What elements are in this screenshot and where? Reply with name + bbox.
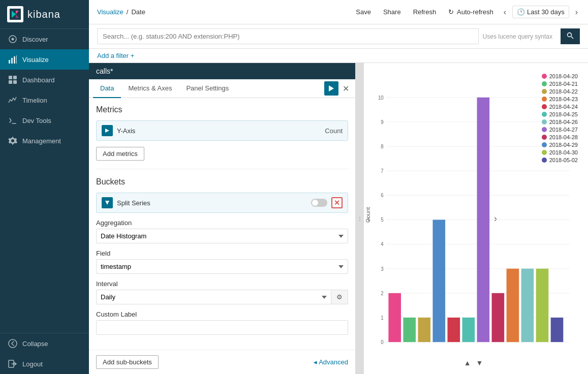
tab-panel-settings[interactable]: Panel Settings — [179, 79, 236, 98]
save-button[interactable]: Save — [352, 6, 375, 18]
svg-point-14 — [9, 339, 17, 348]
bar-4[interactable] — [432, 220, 445, 342]
bar-2[interactable] — [403, 318, 416, 342]
bar-6[interactable] — [462, 318, 475, 342]
sidebar-item-devtools[interactable]: Dev Tools — [0, 110, 89, 131]
legend-item-6: 2018-04-26 — [542, 119, 578, 125]
bar-8[interactable] — [492, 293, 505, 342]
y-axis-metric-row: Y-Axis Count — [96, 120, 348, 141]
breadcrumb-visualize-link[interactable]: Visualize — [97, 8, 123, 16]
sidebar-item-dashboard[interactable]: Dashboard — [0, 70, 89, 90]
bar-1[interactable] — [388, 293, 401, 342]
legend-dot-4 — [542, 104, 547, 109]
legend-label-6: 2018-04-26 — [549, 119, 578, 125]
tab-metrics-axes[interactable]: Metrics & Axes — [121, 79, 179, 98]
y-axis-toggle[interactable] — [102, 125, 113, 136]
svg-line-17 — [571, 37, 573, 39]
bar-12[interactable] — [551, 318, 564, 342]
search-button[interactable] — [561, 28, 580, 44]
panel-tab-actions: ✕ — [324, 81, 351, 96]
buckets-section: Buckets Split Series ✕ Aggregation Date … — [96, 177, 348, 335]
field-select[interactable]: timestamp — [96, 259, 348, 274]
sidebar-item-devtools-label: Dev Tools — [22, 117, 51, 124]
sidebar-item-timelion-label: Timelion — [22, 97, 47, 104]
clock-icon: 🕐 — [517, 8, 525, 16]
add-metrics-button[interactable]: Add metrics — [96, 147, 144, 161]
sidebar-item-management[interactable]: Management — [0, 131, 89, 151]
split-series-toggle-switch[interactable] — [311, 199, 327, 207]
svg-text:7: 7 — [381, 168, 384, 174]
svg-text:1: 1 — [381, 315, 384, 320]
aggregation-select[interactable]: Date Histogram — [96, 229, 348, 243]
panel-footer: Add sub-buckets ◂ Advanced — [89, 350, 355, 374]
chart-scroll-down-button[interactable]: ▼ — [476, 359, 483, 367]
legend-label-7: 2018-04-27 — [549, 127, 578, 133]
bar-11[interactable] — [536, 269, 549, 342]
close-panel-button[interactable]: ✕ — [341, 84, 351, 94]
interval-settings-button[interactable]: ⚙ — [331, 290, 348, 304]
time-prev-button[interactable]: ‹ — [502, 7, 508, 18]
sidebar-item-discover-label: Discover — [22, 36, 48, 43]
advanced-link[interactable]: ◂ Advanced — [314, 358, 348, 366]
legend-dot-5 — [542, 112, 547, 117]
legend-item-7: 2018-04-27 — [542, 127, 578, 133]
legend-label-5: 2018-04-25 — [549, 111, 578, 117]
legend-dot-10 — [542, 150, 547, 155]
sidebar: kibana Discover Visualize Dashboard Time… — [0, 0, 89, 374]
legend-label-3: 2018-04-23 — [549, 96, 578, 102]
time-next-button[interactable]: › — [573, 7, 580, 18]
legend-item-2: 2018-04-22 — [542, 88, 578, 95]
sidebar-bottom: Collapse Logout — [0, 333, 89, 374]
searchbar: Uses lucene query syntax — [89, 24, 588, 49]
y-axis-label: Y-Axis — [117, 127, 321, 135]
svg-text:4: 4 — [381, 241, 384, 247]
legend-item-4: 2018-04-24 — [542, 104, 578, 110]
add-filter-link[interactable]: Add a filter + — [97, 52, 134, 59]
share-button[interactable]: Share — [379, 6, 405, 18]
sidebar-item-collapse[interactable]: Collapse — [0, 333, 89, 354]
refresh-button[interactable]: Refresh — [409, 6, 441, 18]
svg-point-16 — [568, 33, 572, 37]
svg-marker-20 — [105, 201, 109, 205]
bar-3[interactable] — [418, 318, 430, 342]
svg-text:6: 6 — [381, 193, 384, 198]
sidebar-item-visualize[interactable]: Visualize — [0, 49, 89, 70]
custom-label-input[interactable] — [96, 320, 348, 335]
legend-item-5: 2018-04-25 — [542, 111, 578, 117]
chart-container: Count 10 9 8 — [364, 68, 583, 357]
interval-select[interactable]: Daily — [96, 290, 331, 304]
sidebar-item-logout[interactable]: Logout — [0, 354, 89, 374]
legend-item-3: 2018-04-23 — [542, 96, 578, 102]
collapse-handle[interactable]: ⋮ — [356, 63, 364, 374]
autorefresh-button[interactable]: ↻ Auto-refresh — [444, 6, 497, 18]
search-input[interactable] — [97, 28, 479, 44]
legend-label-9: 2018-04-29 — [549, 142, 578, 148]
svg-rect-11 — [13, 76, 17, 79]
run-button[interactable] — [324, 81, 338, 96]
sidebar-item-timelion[interactable]: Timelion — [0, 90, 89, 110]
sidebar-item-management-label: Management — [22, 137, 61, 145]
breadcrumb-separator: / — [127, 8, 129, 16]
nav-items: Discover Visualize Dashboard Timelion De… — [0, 29, 89, 333]
sidebar-item-logout-label: Logout — [22, 360, 43, 368]
split-series-row: Split Series ✕ — [96, 193, 348, 213]
add-sub-buckets-button[interactable]: Add sub-buckets — [96, 355, 159, 369]
split-series-delete-button[interactable]: ✕ — [331, 197, 343, 208]
split-series-toggle[interactable] — [102, 197, 113, 208]
bar-9[interactable] — [507, 269, 519, 342]
legend-item-0: 2018-04-20 — [542, 73, 578, 79]
bar-5[interactable] — [447, 318, 460, 342]
content: calls* Data Metrics & Axes Panel Setting… — [89, 63, 588, 374]
bar-10[interactable] — [521, 269, 534, 342]
legend-label-0: 2018-04-20 — [549, 73, 578, 79]
legend-item-9: 2018-04-29 — [542, 142, 578, 148]
bar-7[interactable] — [477, 98, 490, 342]
chart-scroll-up-button[interactable]: ▲ — [464, 359, 471, 367]
refresh-icon: ↻ — [448, 8, 454, 16]
collapse-icon: ⋮ — [357, 216, 362, 222]
sidebar-item-discover[interactable]: Discover — [0, 29, 89, 49]
legend-label-11: 2018-05-02 — [549, 157, 578, 163]
tab-data[interactable]: Data — [93, 79, 121, 98]
svg-text:8: 8 — [381, 143, 384, 149]
interval-row: Daily ⚙ — [96, 290, 348, 304]
